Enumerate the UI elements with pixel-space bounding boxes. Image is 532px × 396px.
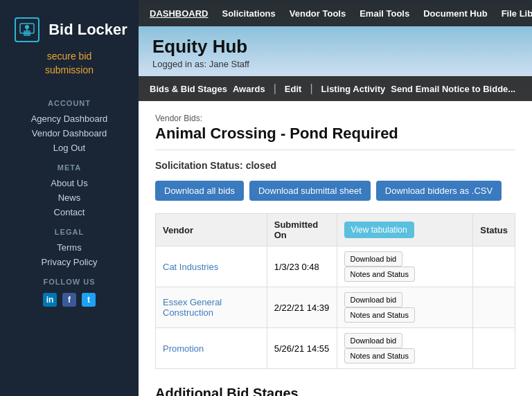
download-buttons: Download all bids Download submittal she… — [155, 181, 515, 201]
privacy-policy-link[interactable]: Privacy Policy — [0, 255, 139, 269]
sub-nav-bids[interactable]: Bids & Bid Stages — [150, 84, 227, 94]
vendor-dashboard-link[interactable]: Vendor Dashboard — [0, 126, 139, 141]
download-bid-button-3[interactable]: Download bid — [344, 333, 403, 348]
download-csv-button[interactable]: Download bidders as .CSV — [376, 181, 502, 201]
content-area: Vendor Bids: Animal Crossing - Pond Requ… — [139, 101, 532, 396]
vendor-name-cell: Essex General Construction — [156, 287, 267, 328]
top-nav-document-hub[interactable]: Document Hub — [423, 8, 487, 19]
separator-2: | — [307, 82, 315, 95]
logo-area: Bid Locker — [11, 14, 127, 46]
bids-table: Vendor Submitted On View tabulation Stat… — [155, 213, 515, 369]
vendor-link-cat-industries[interactable]: Cat Industries — [163, 262, 218, 272]
submitted-on-cell-2: 2/22/21 14:39 — [267, 287, 337, 328]
actions-cell-1: Download bid Notes and Status — [337, 246, 473, 287]
tagline: secure bidsubmission — [45, 50, 94, 77]
sidebar: Bid Locker secure bidsubmission ACCOUNT … — [0, 0, 139, 396]
vendor-link-essex[interactable]: Essex General Construction — [163, 297, 222, 318]
facebook-icon[interactable]: f — [62, 293, 76, 307]
top-nav-dashboard[interactable]: DASHBOARD — [150, 8, 209, 19]
about-us-link[interactable]: About Us — [0, 176, 139, 190]
solicitation-status: Solicitation Status: closed — [155, 160, 515, 171]
account-section-title: ACCOUNT — [48, 99, 91, 107]
terms-link[interactable]: Terms — [0, 240, 139, 255]
col-vendor: Vendor — [156, 214, 267, 246]
col-status: Status — [473, 214, 515, 246]
top-nav-file-library[interactable]: File Libra... — [502, 8, 532, 19]
col-submitted-on: Submitted On — [267, 214, 337, 246]
top-header-wrapper: DASHBOARD Solicitations Vendor Tools Ema… — [139, 0, 532, 101]
agency-dashboard-link[interactable]: Agency Dashboard — [0, 111, 139, 126]
vendor-link-promotion[interactable]: Promotion — [163, 343, 204, 354]
equity-hub-title: Equity Hub — [152, 36, 518, 57]
logo-text: Bid Locker — [48, 21, 127, 39]
notes-status-button-3[interactable]: Notes and Status — [344, 348, 415, 363]
download-all-bids-button[interactable]: Download all bids — [155, 181, 244, 201]
status-cell-1 — [473, 246, 515, 287]
vendor-name-cell: Cat Industries — [156, 246, 267, 287]
actions-cell-3: Download bid Notes and Status — [337, 328, 473, 369]
solicitation-status-value: closed — [246, 160, 276, 171]
linkedin-icon[interactable]: in — [43, 293, 57, 307]
table-row: Cat Industries 1/3/23 0:48 Download bid … — [156, 246, 515, 287]
solicitation-status-label: Solicitation Status: — [155, 160, 243, 171]
notes-status-button-1[interactable]: Notes and Status — [344, 267, 415, 282]
top-nav-email-tools[interactable]: Email Tools — [360, 8, 409, 19]
log-out-link[interactable]: Log Out — [0, 141, 139, 155]
main-content: DASHBOARD Solicitations Vendor Tools Ema… — [139, 0, 532, 396]
meta-section-title: META — [57, 163, 81, 172]
equity-hub-area: Equity Hub Logged in as: Jane Staff — [139, 26, 532, 72]
download-bid-button-2[interactable]: Download bid — [344, 292, 403, 307]
sub-nav: Bids & Bid Stages Awards | Edit | Listin… — [139, 76, 532, 101]
vendor-name-cell: Promotion — [156, 328, 267, 369]
download-submittal-button[interactable]: Download submittal sheet — [249, 181, 371, 201]
news-link[interactable]: News — [0, 190, 139, 205]
actions-cell-2: Download bid Notes and Status — [337, 287, 473, 328]
twitter-icon[interactable]: t — [82, 293, 96, 307]
logged-in-as: Logged in as: Jane Staff — [152, 59, 518, 69]
sub-nav-awards[interactable]: Awards — [233, 84, 265, 94]
top-nav-vendor-tools[interactable]: Vendor Tools — [290, 8, 346, 19]
top-nav: DASHBOARD Solicitations Vendor Tools Ema… — [139, 0, 532, 26]
sub-nav-edit[interactable]: Edit — [285, 84, 302, 94]
table-row: Essex General Construction 2/22/21 14:39… — [156, 287, 515, 328]
col-view-tab: View tabulation — [337, 214, 473, 246]
social-icons: in f t — [43, 293, 96, 307]
sub-nav-listing-activity[interactable]: Listing Activity — [321, 84, 386, 94]
submitted-on-cell-1: 1/3/23 0:48 — [267, 246, 337, 287]
title-divider — [155, 150, 515, 150]
status-cell-2 — [473, 287, 515, 328]
separator-1: | — [271, 82, 279, 95]
bid-locker-logo-icon — [11, 14, 43, 46]
sub-nav-send-email[interactable]: Send Email Notice to Bidde... — [391, 84, 515, 94]
notes-status-button-2[interactable]: Notes and Status — [344, 307, 415, 323]
download-bid-button-1[interactable]: Download bid — [344, 251, 403, 267]
table-row: Promotion 5/26/21 14:55 Download bid Not… — [156, 328, 515, 369]
additional-bid-title: Additional Bid Stages — [155, 386, 515, 396]
view-tabulation-button[interactable]: View tabulation — [344, 222, 414, 238]
contact-link[interactable]: Contact — [0, 205, 139, 219]
follow-us-title: FOLLOW US — [44, 278, 96, 286]
svg-point-4 — [25, 25, 29, 29]
bid-title: Animal Crossing - Pond Required — [155, 125, 515, 143]
vendor-bids-label: Vendor Bids: — [155, 114, 515, 123]
status-cell-3 — [473, 328, 515, 369]
svg-rect-3 — [24, 30, 30, 36]
top-nav-solicitations[interactable]: Solicitations — [222, 8, 276, 19]
legal-section-title: LEGAL — [55, 228, 84, 236]
submitted-on-cell-3: 5/26/21 14:55 — [267, 328, 337, 369]
